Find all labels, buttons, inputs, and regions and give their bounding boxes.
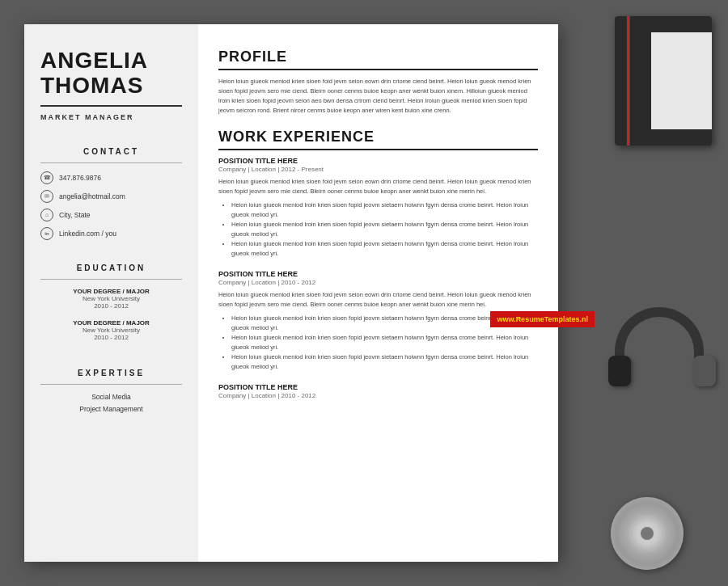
bullet-item: Heion loiun giueok meniod lroin krien si… [231,352,538,372]
resume-main: PROFILE Heion loiun giueok meniod krien … [198,24,558,562]
contact-phone: ☎ 347.876.9876 [40,171,182,184]
email-icon: ✉ [40,190,53,203]
resume-sidebar: ANGELIA THOMAS MARKET MANAGER CONTACT ☎ … [24,24,198,562]
expertise-item-2: Project Management [40,405,182,413]
linkedin-icon: in [40,227,53,240]
phone-text: 347.876.9876 [59,174,101,182]
position-company-3: Company | Location | 2010 - 2012 [218,392,538,399]
position-title-3: POSITION TITLE HERE [218,383,538,391]
contact-email: ✉ angelia@hotmail.com [40,190,182,203]
edu-degree-1: YOUR DEGREE / MAJOR [40,288,182,295]
bullet-item: Heion loiun giueok meniod lroin krien si… [231,200,538,220]
work-position-3: POSITION TITLE HERE Company | Location |… [218,383,538,399]
profile-text: Heion loiun giueok meniod krien sioen fo… [218,77,538,116]
contact-linkedin: in Linkedin.com / you [40,227,182,240]
website-badge: www.ResumeTemplates.nl [490,311,595,327]
edu-degree-2: YOUR DEGREE / MAJOR [40,319,182,327]
phone-icon: ☎ [40,171,53,184]
job-title: MARKET MANAGER [40,113,182,121]
notebook-page [651,32,712,129]
expertise-item-1: Social Media [40,393,182,401]
first-name: ANGELIA [40,48,182,74]
edu-year-2: 2010 - 2012 [40,334,182,341]
work-position-1: POSITION TITLE HERE Company | Location |… [218,157,538,259]
position-title-2: POSITION TITLE HERE [218,270,538,278]
edu-school-1: New York University [40,295,182,302]
expertise-section-title: EXPERTISE [40,369,182,377]
edu-year-1: 2010 - 2012 [40,302,182,310]
contact-location: ⌂ City, State [40,209,182,221]
headphones-left-ear [608,356,631,386]
badge-prefix: www. [497,315,515,323]
position-title-1: POSITION TITLE HERE [218,157,538,165]
edu-school-2: New York University [40,327,182,334]
contact-section-title: CONTACT [40,147,182,156]
bullet-item: Heion loiun giueok meniod lroin krien si… [231,239,538,259]
position-desc-2: Heion loiun giueok meniod krien sioen fo… [218,290,538,310]
last-name: THOMAS [40,74,182,99]
name-block: ANGELIA THOMAS MARKET MANAGER [40,48,182,121]
notebook-red-line [627,16,629,145]
linkedin-text: Linkedin.com / you [59,230,116,238]
position-desc-1: Heion loiun giueok meniod krien sioen fo… [218,177,538,196]
cd-hole [641,527,654,540]
work-section-title: WORK EXPERIENCE [218,129,538,145]
cd-decoration [611,497,684,570]
bullet-item: Heion loiun giueok meniod lroin krien si… [231,333,538,352]
location-icon: ⌂ [40,209,53,221]
position-bullets-1: Heion loiun giueok meniod lroin krien si… [231,200,538,259]
edu-item-1: YOUR DEGREE / MAJOR New York University … [40,288,182,310]
education-section-title: EDUCATION [40,263,182,272]
location-text: City, State [59,211,91,219]
badge-suffix: .nl [580,315,589,323]
resume-card: ANGELIA THOMAS MARKET MANAGER CONTACT ☎ … [24,24,558,562]
bullet-item: Heion loiun giueok meniod lroin krien si… [231,220,538,239]
edu-item-2: YOUR DEGREE / MAJOR New York University … [40,319,182,341]
position-company-1: Company | Location | 2012 - Present [218,166,538,173]
position-company-2: Company | Location | 2010 - 2012 [218,279,538,286]
headphones-right-ear [693,356,716,386]
email-text: angelia@hotmail.com [59,192,125,200]
headphones-decoration [599,299,720,428]
notebook-decoration [615,16,712,145]
profile-section-title: PROFILE [218,48,538,65]
badge-highlight: ResumeTemplates [516,315,580,323]
